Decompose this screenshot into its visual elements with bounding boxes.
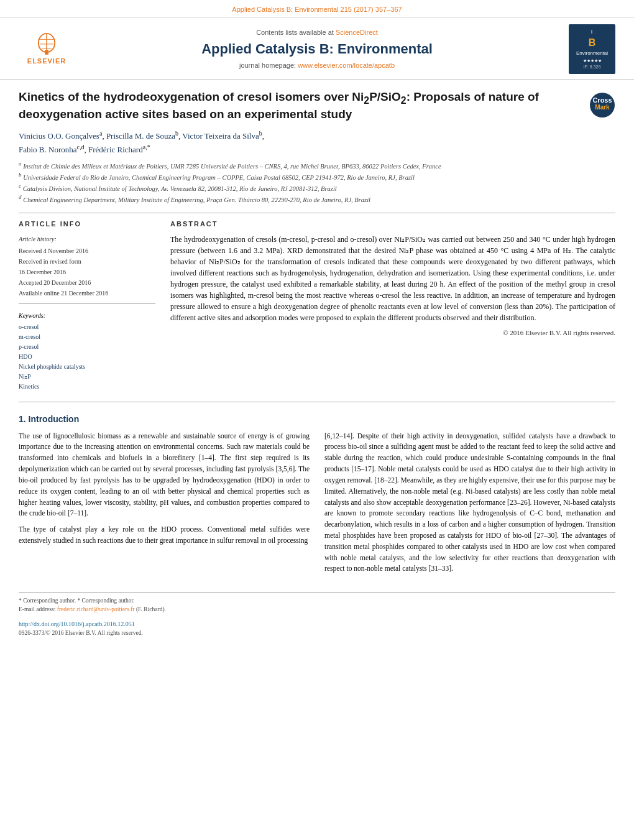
author-de-souza[interactable]: Priscilla M. de Souza bbox=[106, 131, 175, 141]
intro-left-col: The use of lignocellulosic biomass as a … bbox=[19, 431, 310, 580]
affiliation-b: b Universidade Federal do Rio de Janeiro… bbox=[19, 171, 615, 182]
elsevier-wordmark: ELSEVIER bbox=[27, 57, 66, 66]
accepted-date: Accepted 20 December 2016 bbox=[19, 277, 155, 288]
abstract-col: ABSTRACT The hydrodeoxygenation of creso… bbox=[170, 219, 615, 392]
article-history: Article history: Received 4 November 201… bbox=[19, 234, 155, 298]
intro-right-col: [6,12–14]. Despite of their high activit… bbox=[324, 431, 615, 580]
intro-p1: The use of lignocellulosic biomass as a … bbox=[19, 431, 310, 520]
sciencedirect-link[interactable]: ScienceDirect bbox=[336, 29, 378, 36]
author-goncalves[interactable]: Vinicius O.O. Gonçalves bbox=[19, 131, 99, 141]
keyword-nickel: Nickel phosphide catalysts bbox=[19, 362, 155, 372]
revised-date: 16 December 2016 bbox=[19, 267, 155, 277]
journal-citation-link[interactable]: Applied Catalysis B: Environmental 215 (… bbox=[232, 6, 402, 13]
intro-heading: 1. Introduction bbox=[19, 413, 615, 426]
journal-header: ELSEVIER Contents lists available at Sci… bbox=[0, 18, 634, 80]
divider-intro bbox=[19, 402, 615, 402]
divider-top bbox=[19, 213, 615, 213]
journal-homepage: journal homepage: www.elsevier.com/locat… bbox=[75, 61, 559, 70]
issn-line: 0926-3373/© 2016 Elsevier B.V. All right… bbox=[19, 629, 615, 637]
journal-title: Applied Catalysis B: Environmental bbox=[75, 40, 559, 59]
received-revised-label: Received in revised form bbox=[19, 256, 155, 267]
keyword-p-cresol: p-cresol bbox=[19, 342, 155, 352]
catalysis-badge: I B Environmental ★★★★★ IF: 8.328 bbox=[569, 24, 615, 74]
copyright-line: © 2016 Elsevier B.V. All rights reserved… bbox=[170, 328, 615, 338]
abstract-paragraph: The hydrodeoxygenation of cresols (m-cre… bbox=[170, 234, 615, 323]
keywords-label: Keywords: bbox=[19, 312, 155, 320]
author-silva[interactable]: Victor Teixeira da Silva bbox=[182, 131, 259, 141]
journal-center: Contents lists available at ScienceDirec… bbox=[75, 28, 559, 71]
keywords-section: Keywords: o-cresol m-cresol p-cresol HDO… bbox=[19, 312, 155, 392]
affiliation-c: c Catalysis Division, National Institute… bbox=[19, 182, 615, 193]
article-info-col: ARTICLE INFO Article history: Received 4… bbox=[19, 219, 155, 392]
journal-url-link[interactable]: www.elsevier.com/locate/apcatb bbox=[298, 62, 395, 69]
available-date: Available online 21 December 2016 bbox=[19, 288, 155, 298]
journal-logo-right: I B Environmental ★★★★★ IF: 8.328 bbox=[559, 24, 615, 74]
doi-link[interactable]: http://dx.doi.org/10.1016/j.apcatb.2016.… bbox=[19, 621, 135, 627]
author-richard[interactable]: Frédéric Richard bbox=[88, 145, 143, 154]
article-info-abstract-row: ARTICLE INFO Article history: Received 4… bbox=[19, 219, 615, 392]
page-wrapper: Applied Catalysis B: Environmental 215 (… bbox=[0, 0, 634, 840]
email-link[interactable]: frederic.richard@univ-poitiers.fr bbox=[57, 606, 135, 612]
history-label: Article history: bbox=[19, 234, 155, 244]
received-date: Received 4 November 2016 bbox=[19, 246, 155, 256]
affiliations: a Institut de Chimie des Milieux et Maté… bbox=[19, 160, 615, 205]
intro-two-col: The use of lignocellulosic biomass as a … bbox=[19, 431, 615, 580]
intro-right-p1: [6,12–14]. Despite of their high activit… bbox=[324, 431, 615, 575]
intro-p2: The type of catalyst play a key role on … bbox=[19, 524, 310, 547]
article-title-row: Kinetics of the hydrodeoxygenation of cr… bbox=[19, 90, 615, 122]
elsevier-logo: ELSEVIER bbox=[19, 32, 75, 67]
svg-text:Mark: Mark bbox=[595, 104, 610, 111]
keyword-o-cresol: o-cresol bbox=[19, 322, 155, 332]
crossmark-icon[interactable]: Cross Mark bbox=[589, 92, 615, 118]
keyword-kinetics: Kinetics bbox=[19, 382, 155, 392]
keyword-ni2p: Ni₂P bbox=[19, 372, 155, 382]
keyword-hdo: HDO bbox=[19, 352, 155, 362]
authors: Vinicius O.O. Gonçalvesa, Priscilla M. d… bbox=[19, 129, 615, 156]
article-title: Kinetics of the hydrodeoxygenation of cr… bbox=[19, 90, 589, 122]
footnote-email: E-mail address: frederic.richard@univ-po… bbox=[19, 605, 615, 614]
divider-keywords bbox=[19, 303, 155, 304]
author-noronha[interactable]: Fabio B. Noronha bbox=[19, 145, 77, 154]
article-info-heading: ARTICLE INFO bbox=[19, 219, 155, 229]
affiliation-a: a Institut de Chimie des Milieux et Maté… bbox=[19, 160, 615, 171]
svg-text:Cross: Cross bbox=[592, 96, 612, 104]
contents-line: Contents lists available at ScienceDirec… bbox=[75, 28, 559, 37]
keyword-m-cresol: m-cresol bbox=[19, 332, 155, 342]
footnotes: * Corresponding author. * Corresponding … bbox=[19, 592, 615, 614]
abstract-heading: ABSTRACT bbox=[170, 219, 615, 229]
doi-line: http://dx.doi.org/10.1016/j.apcatb.2016.… bbox=[19, 618, 615, 629]
footnote-corresponding: * Corresponding author. * Corresponding … bbox=[19, 596, 615, 605]
affiliation-d: d Chemical Engineering Department, Milit… bbox=[19, 193, 615, 205]
top-bar: Applied Catalysis B: Environmental 215 (… bbox=[0, 0, 634, 18]
intro-section: 1. Introduction The use of lignocellulos… bbox=[19, 413, 615, 579]
abstract-text: The hydrodeoxygenation of cresols (m-cre… bbox=[170, 234, 615, 323]
elsevier-tree-icon bbox=[28, 32, 65, 57]
main-content: Kinetics of the hydrodeoxygenation of cr… bbox=[0, 80, 634, 650]
